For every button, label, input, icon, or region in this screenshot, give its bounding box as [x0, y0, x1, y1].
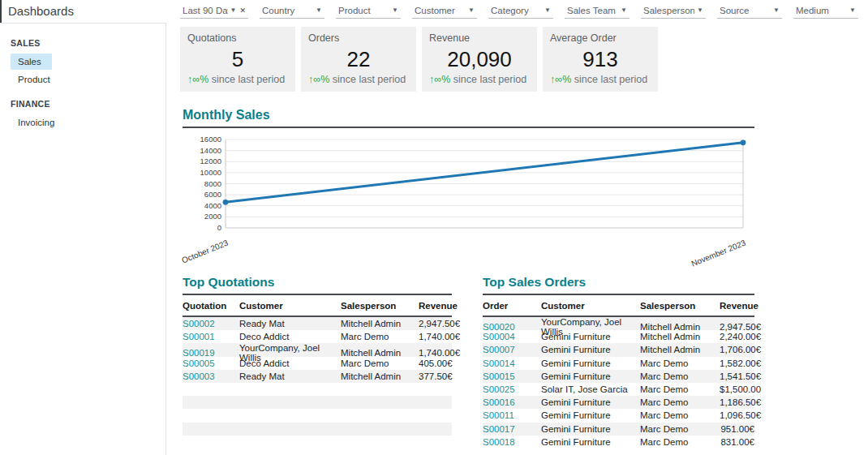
kpi-delta: ↑∞% since last period [550, 74, 651, 85]
kpi-card-average-order: Average Order913↑∞% since last period [543, 27, 658, 92]
svg-text:12000: 12000 [200, 157, 221, 165]
column-header-salesperson: Salesperson [341, 301, 419, 311]
cell-salesperson: Mitchell Admin [640, 322, 720, 332]
chevron-down-icon[interactable]: ▼ [773, 6, 780, 14]
cell-customer: Gemini Furniture [541, 345, 640, 354]
table-row: S00014Gemini FurnitureMarc Demo1,582.00€ [483, 357, 754, 370]
quotation-link[interactable]: S00003 [183, 371, 239, 381]
cell-salesperson: Marc Demo [640, 410, 720, 420]
filter-salesperson[interactable]: Salesperson▼ [641, 5, 706, 19]
kpi-delta-text: since last period [450, 74, 526, 85]
order-link[interactable]: S00014 [483, 358, 541, 368]
chevron-down-icon[interactable]: ▼ [849, 6, 856, 14]
quotation-link[interactable]: S00002 [183, 319, 239, 328]
chevron-down-icon[interactable]: ▼ [230, 6, 237, 14]
cell-customer: Gemini Furniture [541, 424, 640, 434]
cell-salesperson: Mitchell Admin [341, 319, 419, 328]
cell-customer: Gemini Furniture [541, 397, 640, 407]
filter-sales-team[interactable]: Sales Team▼ [565, 5, 630, 19]
table-header-row: OrderCustomerSalespersonRevenue [483, 295, 754, 317]
order-link[interactable]: S00011 [483, 410, 541, 420]
table-row: S00002Ready MatMitchell Admin2,947.50€ [183, 317, 452, 330]
cell-salesperson: Marc Demo [640, 397, 720, 407]
kpi-delta-text: since last period [208, 74, 285, 85]
chevron-down-icon[interactable]: ▼ [697, 6, 703, 14]
filter-label: Source [720, 6, 771, 15]
cell-revenue: 1,740.00€ [419, 332, 460, 341]
filter-label: Sales Team [567, 6, 618, 15]
order-link[interactable]: S00020 [483, 322, 541, 332]
svg-text:October 2023: October 2023 [180, 238, 230, 264]
kpi-value: 22 [308, 49, 409, 70]
order-link[interactable]: S00007 [483, 345, 541, 354]
sidebar-section-header: FINANCE [11, 99, 165, 109]
cell-salesperson: Marc Demo [341, 332, 419, 341]
chevron-down-icon[interactable]: ▼ [621, 6, 627, 14]
table-header-row: QuotationCustomerSalespersonRevenue [183, 295, 452, 317]
sidebar-item-product[interactable]: Product [11, 71, 52, 88]
cell-revenue: 405.00€ [419, 358, 453, 368]
filter-customer[interactable]: Customer▼ [412, 5, 477, 19]
column-header-order: Order [483, 301, 541, 311]
sidebar-item-invoicing[interactable]: Invoicing [11, 114, 52, 131]
order-link[interactable]: S00025 [483, 384, 541, 394]
table-row: S00003Ready MatMitchell Admin377.50€ [183, 370, 452, 383]
filter-medium[interactable]: Medium▼ [793, 5, 858, 19]
chevron-down-icon[interactable]: ▼ [316, 6, 322, 14]
filter-bar: Last 90 Days▼✕Country▼Product▼Customer▼C… [180, 0, 858, 23]
order-link[interactable]: S00015 [483, 371, 541, 381]
svg-text:14000: 14000 [200, 146, 221, 155]
filter-label: Product [338, 6, 389, 15]
remove-filter-icon[interactable]: ✕ [239, 6, 246, 15]
cell-customer: Ready Mat [239, 371, 341, 381]
svg-text:0: 0 [217, 223, 221, 232]
quotation-link[interactable]: S00019 [183, 348, 239, 358]
order-link[interactable]: S00018 [483, 437, 541, 447]
svg-text:16000: 16000 [200, 135, 221, 144]
kpi-delta-percent: ∞% [434, 74, 450, 85]
cell-revenue: 1,186.50€ [720, 397, 761, 407]
column-header-quotation: Quotation [183, 301, 239, 311]
order-link[interactable]: S00004 [483, 332, 541, 341]
filter-product[interactable]: Product▼ [336, 5, 401, 19]
sidebar-section-header: SALES [11, 38, 165, 48]
table-row [183, 436, 452, 449]
table-row: S00001Deco AddictMarc Demo1,740.00€ [183, 330, 452, 343]
cell-customer: Gemini Furniture [541, 332, 640, 341]
filter-last-90-days[interactable]: Last 90 Days▼✕ [180, 5, 248, 19]
chart-title-rule [183, 127, 754, 128]
order-link[interactable]: S00017 [483, 424, 541, 434]
table-row [183, 409, 452, 422]
cell-salesperson: Marc Demo [341, 358, 419, 368]
data-point [223, 200, 229, 205]
cell-revenue: 1,740.00€ [419, 348, 460, 358]
cell-revenue: 377.50€ [419, 371, 453, 381]
cell-revenue: 951.00€ [720, 424, 754, 434]
sidebar-item-sales[interactable]: Sales [11, 54, 52, 70]
table-row: S00025Solar IT, Jose GarciaMarc Demo$1,5… [483, 383, 754, 396]
svg-text:10000: 10000 [200, 168, 221, 177]
cell-customer: Ready Mat [239, 319, 341, 328]
cell-salesperson: Marc Demo [640, 437, 720, 447]
chevron-down-icon[interactable]: ▼ [544, 6, 551, 14]
kpi-value: 5 [187, 49, 288, 70]
order-link[interactable]: S00016 [483, 397, 541, 407]
kpi-delta: ↑∞% since last period [429, 74, 530, 85]
filter-category[interactable]: Category▼ [488, 5, 553, 19]
kpi-delta-percent: ∞% [192, 74, 208, 85]
kpi-row: Quotations5↑∞% since last periodOrders22… [180, 27, 658, 92]
cell-salesperson: Marc Demo [640, 424, 720, 434]
top-quotations-table: Top Quotations QuotationCustomerSalesper… [183, 275, 452, 449]
quotation-link[interactable]: S00001 [183, 332, 239, 341]
chevron-down-icon[interactable]: ▼ [468, 6, 475, 14]
filter-source[interactable]: Source▼ [717, 5, 782, 19]
cell-revenue: 831.00€ [720, 437, 754, 447]
filter-country[interactable]: Country▼ [260, 5, 324, 19]
cell-salesperson: Marc Demo [640, 371, 720, 381]
svg-text:8000: 8000 [204, 179, 221, 188]
table-row: S00011Gemini FurnitureMarc Demo1,096.50€ [483, 409, 754, 422]
table-title: Top Sales Orders [483, 275, 754, 290]
cell-customer: Gemini Furniture [541, 358, 640, 368]
quotation-link[interactable]: S00005 [183, 358, 239, 368]
chevron-down-icon[interactable]: ▼ [392, 6, 398, 14]
